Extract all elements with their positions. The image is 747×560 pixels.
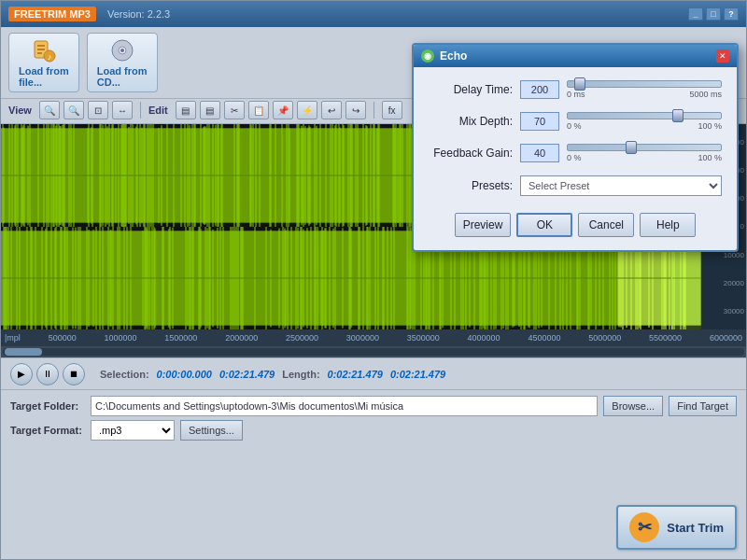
presets-label: Presets: xyxy=(429,179,513,192)
target-format-row: Target Format: .mp3 Settings... xyxy=(10,420,737,441)
play-button[interactable]: ▶ xyxy=(10,363,33,385)
start-trim-label: Start Trim xyxy=(667,521,724,535)
delay-min-label: 0 ms xyxy=(567,90,585,99)
selection-label: Selection: xyxy=(100,369,149,380)
title-bar: FREETRIM MP3 Version: 2.2.3 _ □ ? xyxy=(1,1,746,27)
timeline-5500k: 5500000 xyxy=(649,333,682,343)
effects-btn[interactable]: fx xyxy=(382,101,402,119)
scrollbar-thumb[interactable] xyxy=(5,348,42,356)
settings-button[interactable]: Settings... xyxy=(180,420,243,441)
length-label: Length: xyxy=(282,369,319,380)
dialog-icon: ◉ xyxy=(421,49,434,63)
length-value: 0:02:21.479 xyxy=(328,369,383,380)
help-button[interactable]: ? xyxy=(724,7,739,21)
feedback-gain-row: Feedback Gain: 0 % 100 % xyxy=(429,144,722,162)
mix-depth-input[interactable] xyxy=(520,112,559,131)
feedback-min-label: 0 % xyxy=(567,153,582,162)
feedback-gain-label: Feedback Gain: xyxy=(429,147,513,160)
cancel-button[interactable]: Cancel xyxy=(578,213,634,237)
browse-button[interactable]: Browse... xyxy=(603,396,663,416)
view-btn4[interactable]: ↔ xyxy=(112,101,133,119)
window-controls: _ □ ? xyxy=(688,7,739,21)
selection-end-value: 0:02:21.479 xyxy=(219,369,275,380)
timeline-0: |mpl xyxy=(5,333,21,343)
timeline-numbers: |mpl 500000 1000000 1500000 2000000 2500… xyxy=(5,333,742,343)
mix-depth-label: Mix Depth: xyxy=(429,115,513,128)
ok-button[interactable]: OK xyxy=(516,213,572,237)
dialog-close-button[interactable]: ✕ xyxy=(716,49,729,63)
edit-btn6[interactable]: ⚡ xyxy=(297,101,317,119)
zoom-in-button[interactable]: 🔍 xyxy=(39,101,60,119)
delay-time-slider-track[interactable] xyxy=(567,80,722,88)
separator1 xyxy=(140,102,141,119)
zoom-out-button[interactable]: 🔍 xyxy=(63,101,84,119)
redo-button[interactable]: ↪ xyxy=(345,101,366,119)
timeline-4m: 4000000 xyxy=(468,333,500,343)
svg-rect-3 xyxy=(37,52,42,54)
target-folder-input[interactable] xyxy=(91,396,598,416)
delay-time-label: Delay Time: xyxy=(429,83,513,96)
view-label: View xyxy=(8,105,32,116)
format-select[interactable]: .mp3 xyxy=(91,420,175,441)
feedback-gain-slider-track[interactable] xyxy=(567,144,722,151)
feedback-gain-input[interactable] xyxy=(520,144,559,162)
delay-time-input[interactable] xyxy=(520,80,559,99)
mix-min-label: 0 % xyxy=(567,121,582,131)
presets-row: Presets: Select Preset xyxy=(429,175,722,196)
feedback-gain-slider-container: 0 % 100 % xyxy=(567,144,722,162)
edit-label: Edit xyxy=(148,105,168,116)
target-folder-label: Target Folder: xyxy=(10,400,85,412)
horizontal-scrollbar[interactable] xyxy=(1,346,746,357)
bottom-controls: Target Folder: Browse... Find Target Tar… xyxy=(1,389,746,450)
zoom-fit-button[interactable]: ⊡ xyxy=(88,101,108,119)
feedback-gain-slider-thumb[interactable] xyxy=(626,141,637,154)
selection-start-value: 0:00:00.000 xyxy=(157,369,212,380)
load-file-label: Load fromfile... xyxy=(19,65,69,88)
mix-max-label: 100 % xyxy=(698,121,722,131)
feedback-max-label: 100 % xyxy=(698,153,722,162)
load-cd-label: Load fromCD... xyxy=(97,65,148,88)
undo-button[interactable]: ↩ xyxy=(321,101,342,119)
load-from-cd-button[interactable]: Load fromCD... xyxy=(87,33,158,92)
find-target-button[interactable]: Find Target xyxy=(669,396,737,416)
preview-button[interactable]: Preview xyxy=(455,213,512,237)
mix-depth-slider-track[interactable] xyxy=(567,112,722,119)
target-format-label: Target Format: xyxy=(10,425,85,436)
feedback-gain-slider-labels: 0 % 100 % xyxy=(567,153,722,162)
edit-btn2[interactable]: ▤ xyxy=(200,101,220,119)
dialog-title-bar: ◉ Echo ✕ xyxy=(414,45,737,67)
mix-depth-slider-labels: 0 % 100 % xyxy=(567,121,722,131)
minimize-button[interactable]: _ xyxy=(688,7,703,21)
svg-rect-1 xyxy=(37,45,45,47)
delay-time-slider-thumb[interactable] xyxy=(574,77,585,91)
edit-btn1[interactable]: ▤ xyxy=(176,101,196,119)
load-from-file-button[interactable]: ♪ Load fromfile... xyxy=(8,33,79,92)
copy-button[interactable]: 📋 xyxy=(248,101,269,119)
timeline-2m: 2000000 xyxy=(225,333,258,343)
mix-depth-slider-thumb[interactable] xyxy=(672,109,684,122)
help-dialog-button[interactable]: Help xyxy=(640,213,696,237)
presets-select[interactable]: Select Preset xyxy=(520,175,722,196)
delay-time-slider-labels: 0 ms 5000 ms xyxy=(567,90,722,99)
app-window: FREETRIM MP3 Version: 2.2.3 _ □ ? ♪ Load… xyxy=(0,0,747,560)
echo-dialog: ◉ Echo ✕ Delay Time: 0 ms 5000 ms xyxy=(412,43,739,252)
separator2 xyxy=(374,102,374,119)
playback-bar: ▶ ⏸ ⏹ Selection: 0:00:00.000 0:02:21.479… xyxy=(1,357,746,389)
timeline-2500k: 2500000 xyxy=(286,333,318,343)
stop-button[interactable]: ⏹ xyxy=(63,363,85,385)
mix-depth-row: Mix Depth: 0 % 100 % xyxy=(429,112,722,131)
timeline-3500k: 3500000 xyxy=(407,333,440,343)
cd-icon xyxy=(109,37,135,63)
app-logo: FREETRIM MP3 xyxy=(8,7,96,21)
cut-button[interactable]: ✂ xyxy=(224,101,245,119)
pause-button[interactable]: ⏸ xyxy=(36,363,59,385)
svg-text:♪: ♪ xyxy=(48,52,52,62)
svg-rect-2 xyxy=(37,49,45,50)
start-trim-button[interactable]: ✂ Start Trim xyxy=(616,505,737,550)
timeline-bar: |mpl 500000 1000000 1500000 2000000 2500… xyxy=(1,329,746,346)
paste-button[interactable]: 📌 xyxy=(273,101,293,119)
maximize-button[interactable]: □ xyxy=(706,7,721,21)
timeline-6m: 6000000 xyxy=(710,333,742,343)
target-folder-row: Target Folder: Browse... Find Target xyxy=(10,396,737,416)
delay-max-label: 5000 ms xyxy=(689,90,722,99)
